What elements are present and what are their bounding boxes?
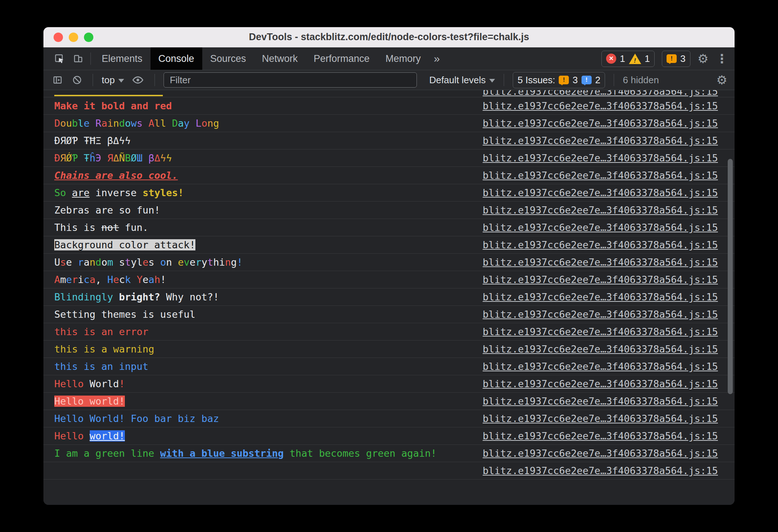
console-message: Hello world!: [54, 396, 125, 407]
console-message: this is an input: [54, 361, 148, 372]
source-link[interactable]: blitz.e1937cc6e2ee7e…3f4063378a564.js:15: [483, 465, 718, 476]
issues-summary-chip[interactable]: 5 Issues: ! 3 ! 2: [513, 72, 605, 88]
devtools-window: DevTools - stackblitz.com/edit/node-colo…: [43, 27, 735, 505]
warning-icon: !: [629, 54, 641, 64]
settings-gear-icon[interactable]: ⚙: [698, 51, 709, 66]
console-message: Background color attack!: [54, 239, 195, 250]
close-button[interactable]: [54, 33, 63, 42]
hidden-messages-count[interactable]: 6 hidden: [623, 75, 659, 86]
traffic-lights: [54, 27, 93, 47]
console-row: ÐЯǾƤ ŦĥЭ ЯΔÑBØШ βΔϟϟblitz.e1937cc6e2ee7e…: [43, 149, 735, 167]
source-link[interactable]: blitz.e1937cc6e2ee7e…3f4063378a564.js:15: [483, 274, 718, 285]
more-tabs-chevron-icon[interactable]: »: [429, 52, 445, 65]
console-row: this is an errorblitz.e1937cc6e2ee7e…3f4…: [43, 323, 735, 341]
source-link[interactable]: blitz.e1937cc6e2ee7e…3f4063378a564.js:15: [483, 413, 718, 424]
breaking-issues-count: 3: [572, 75, 578, 86]
error-icon: ✕: [606, 54, 616, 64]
divider: [90, 52, 91, 65]
tab-memory[interactable]: Memory: [377, 47, 429, 70]
console-row: Zebras are so fun!blitz.e1937cc6e2ee7e…3…: [43, 202, 735, 219]
source-link[interactable]: blitz.e1937cc6e2ee7e…3f4063378a564.js:15: [483, 291, 718, 303]
console-row: Chains are also cool.blitz.e1937cc6e2ee7…: [43, 167, 735, 184]
source-link[interactable]: blitz.e1937cc6e2ee7e…3f4063378a564.js:15: [483, 239, 718, 250]
source-link[interactable]: blitz.e1937cc6e2ee7e…3f4063378a564.js:15: [483, 378, 718, 389]
source-link[interactable]: blitz.e1937cc6e2ee7e…3f4063378a564.js:15: [483, 187, 718, 198]
source-link[interactable]: blitz.e1937cc6e2ee7e…3f4063378a564.js:15: [483, 222, 718, 233]
chevron-down-icon: [489, 79, 495, 83]
message-issues-count: 2: [595, 75, 600, 86]
source-link[interactable]: blitz.e1937cc6e2ee7e…3f4063378a564.js:15: [483, 204, 718, 216]
console-message: this is an error: [54, 326, 148, 337]
clear-console-icon[interactable]: [70, 70, 84, 90]
tab-performance[interactable]: Performance: [306, 47, 378, 70]
console-message: So are inverse styles!: [54, 187, 184, 198]
console-row: Hello World!blitz.e1937cc6e2ee7e…3f40633…: [43, 375, 735, 393]
tab-elements[interactable]: Elements: [94, 47, 151, 70]
console-row: blitz.e1937cc6e2ee7e…3f4063378a564.js:15: [43, 462, 735, 480]
console-message: This is not fun.: [54, 222, 148, 233]
console-row: America, Heck Yeah!blitz.e1937cc6e2ee7e……: [43, 271, 735, 288]
source-link[interactable]: blitz.e1937cc6e2ee7e…3f4063378a564.js:15: [483, 361, 718, 372]
tabbar-right-cluster: ✕ 1 ! 1 ! 3 ⚙ ⋮: [601, 51, 728, 67]
message-issues-icon: !: [582, 76, 592, 84]
console-row: I am a green line with a blue substring …: [43, 445, 735, 462]
console-row: Hello world!blitz.e1937cc6e2ee7e…3f40633…: [43, 393, 735, 410]
source-link[interactable]: blitz.e1937cc6e2ee7e…3f4063378a564.js:15: [483, 152, 718, 164]
minimize-button[interactable]: [69, 33, 78, 42]
scrollbar-thumb[interactable]: [728, 159, 733, 394]
console-message: I am a green line with a blue substring …: [54, 448, 437, 459]
console-message: this is a warning: [54, 343, 154, 355]
console-message: Double Raindows All Day Long: [54, 118, 219, 129]
source-link[interactable]: blitz.e1937cc6e2ee7e…3f4063378a564.js:15: [483, 343, 718, 355]
device-toolbar-icon[interactable]: [69, 47, 88, 70]
source-link[interactable]: blitz.e1937cc6e2ee7e…3f4063378a564.js:15: [483, 90, 718, 97]
log-levels-dropdown[interactable]: Default levels: [429, 75, 495, 86]
console-message: Hello World!: [54, 378, 125, 389]
source-link[interactable]: blitz.e1937cc6e2ee7e…3f4063378a564.js:15: [483, 100, 718, 111]
console-message: ÐЯǾƤ ŦĥЭ ЯΔÑBØШ βΔϟϟ: [54, 152, 172, 164]
live-expression-eye-icon[interactable]: [130, 70, 146, 90]
kebab-menu-icon[interactable]: ⋮: [716, 51, 728, 66]
source-link[interactable]: blitz.e1937cc6e2ee7e…3f4063378a564.js:15: [483, 135, 718, 146]
console-sidebar-toggle-icon[interactable]: [51, 70, 64, 90]
tab-sources[interactable]: Sources: [202, 47, 254, 70]
source-link[interactable]: blitz.e1937cc6e2ee7e…3f4063378a564.js:15: [483, 257, 718, 268]
divider: [155, 74, 155, 86]
console-row: Make it bold and redblitz.e1937cc6e2ee7e…: [43, 97, 735, 115]
divider: [504, 74, 504, 86]
console-row: Blindingly bright? Why not?!blitz.e1937c…: [43, 288, 735, 306]
source-link[interactable]: blitz.e1937cc6e2ee7e…3f4063378a564.js:15: [483, 326, 718, 337]
source-link[interactable]: blitz.e1937cc6e2ee7e…3f4063378a564.js:15: [483, 170, 718, 181]
console-row: Background color attack!blitz.e1937cc6e2…: [43, 236, 735, 254]
source-link[interactable]: blitz.e1937cc6e2ee7e…3f4063378a564.js:15: [483, 309, 718, 320]
inspect-element-icon[interactable]: [50, 47, 69, 70]
issues-summary-label: 5 Issues:: [517, 75, 555, 86]
console-message: Hello World! Foo bar biz baz: [54, 413, 219, 424]
console-row: Hello world!blitz.e1937cc6e2ee7e…3f40633…: [43, 427, 735, 445]
filter-input[interactable]: [164, 72, 417, 88]
console-message: Hello world!: [54, 430, 125, 442]
console-row: Setting themes is usefulblitz.e1937cc6e2…: [43, 306, 735, 323]
console-settings-gear-icon[interactable]: ⚙: [716, 73, 727, 87]
issues-count: 3: [680, 53, 685, 64]
window-title: DevTools - stackblitz.com/edit/node-colo…: [249, 31, 529, 43]
devtools-tabbar: Elements Console Sources Network Perform…: [43, 47, 735, 70]
source-link[interactable]: blitz.e1937cc6e2ee7e…3f4063378a564.js:15: [483, 118, 718, 129]
warning-count: 1: [645, 53, 650, 64]
console-message: Zebras are so fun!: [54, 204, 160, 216]
console-message: ÐЯØƤ ŦĦΞ βΔϟϟ: [54, 135, 131, 146]
console-message: Use random styles on everything!: [54, 257, 243, 268]
titlebar: DevTools - stackblitz.com/edit/node-colo…: [43, 27, 735, 47]
error-warning-summary[interactable]: ✕ 1 ! 1: [601, 51, 655, 67]
issues-counter[interactable]: ! 3: [662, 51, 690, 67]
divider: [93, 74, 93, 86]
source-link[interactable]: blitz.e1937cc6e2ee7e…3f4063378a564.js:15: [483, 430, 718, 442]
tab-network[interactable]: Network: [254, 47, 306, 70]
source-link[interactable]: blitz.e1937cc6e2ee7e…3f4063378a564.js:15: [483, 396, 718, 407]
zoom-button[interactable]: [84, 33, 93, 42]
context-selector-dropdown[interactable]: top: [102, 75, 124, 86]
console-row: this is a warningblitz.e1937cc6e2ee7e…3f…: [43, 341, 735, 358]
tab-console[interactable]: Console: [151, 47, 202, 70]
source-link[interactable]: blitz.e1937cc6e2ee7e…3f4063378a564.js:15: [483, 448, 718, 459]
console-message: Chains are also cool.: [54, 170, 178, 181]
